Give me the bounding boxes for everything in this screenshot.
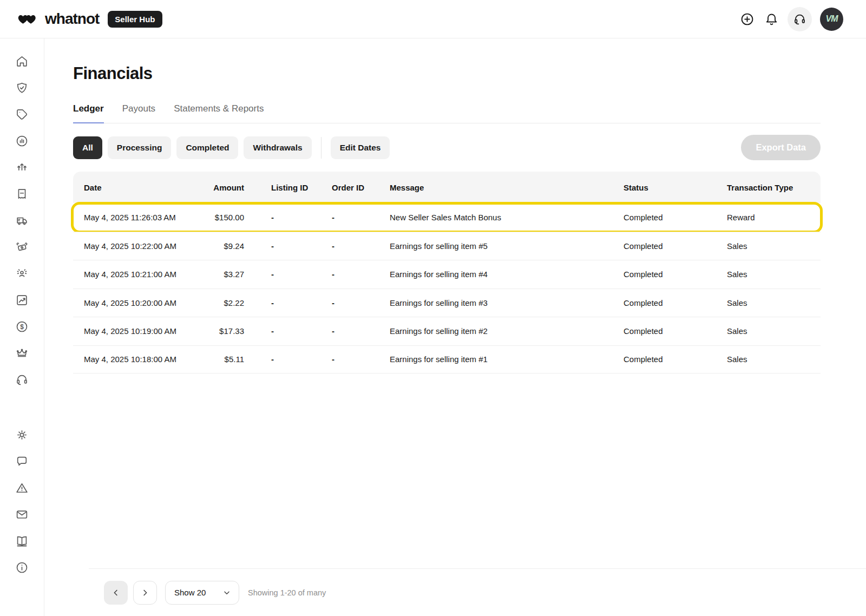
sidebar-item-shipping[interactable] (15, 214, 29, 227)
cell-order-id: - (332, 326, 390, 336)
cell-listing-id: - (244, 326, 332, 336)
pagination-summary: Showing 1-20 of many (248, 588, 326, 597)
sidebar-item-home[interactable] (15, 55, 29, 68)
cell-order-id: - (332, 270, 390, 279)
info-icon (15, 561, 29, 574)
cell-status: Completed (624, 241, 727, 251)
sidebar-item-settings[interactable] (15, 428, 29, 442)
cell-amount: $9.24 (203, 241, 244, 251)
filter-divider (321, 137, 322, 159)
sidebar-bottom-group (15, 428, 29, 574)
edit-dates-button[interactable]: Edit Dates (331, 136, 390, 159)
cell-listing-id: - (244, 270, 332, 279)
cell-amount: $2.22 (203, 298, 244, 307)
filter-withdrawals[interactable]: Withdrawals (244, 136, 311, 159)
page-size-select[interactable]: Show 20 (165, 581, 239, 605)
sidebar-item-orders[interactable] (15, 187, 29, 201)
whatnot-hearts-icon (16, 12, 40, 26)
whatnot-logo[interactable]: whatnot (16, 10, 99, 28)
add-button[interactable] (739, 11, 755, 27)
add-icon (740, 12, 755, 27)
sidebar: $ (0, 38, 44, 616)
sidebar-item-community[interactable] (15, 267, 29, 280)
table-row[interactable]: May 4, 2025 10:21:00 AM $3.27 - - Earnin… (73, 260, 821, 289)
support-headset-icon (793, 12, 806, 26)
shield-check-icon (15, 81, 29, 95)
sidebar-item-shield[interactable] (15, 81, 29, 95)
col-header-listing-id: Listing ID (244, 183, 332, 192)
activity-circle-icon (15, 134, 29, 148)
sidebar-item-financials[interactable]: $ (15, 320, 29, 333)
mail-icon (15, 508, 29, 521)
tab-statements-reports[interactable]: Statements & Reports (174, 103, 264, 123)
sidebar-item-activity[interactable] (15, 134, 29, 148)
cell-status: Completed (624, 326, 727, 336)
warning-triangle-icon (15, 481, 29, 495)
cell-order-id: - (332, 213, 390, 222)
col-header-status: Status (624, 183, 727, 192)
cell-listing-id: - (244, 213, 332, 222)
filter-completed[interactable]: Completed (176, 136, 238, 159)
table-body: May 4, 2025 11:26:03 AM $150.00 - - New … (73, 203, 821, 373)
table-row[interactable]: May 4, 2025 10:18:00 AM $5.11 - - Earnin… (73, 345, 821, 374)
cell-message: Earnings for selling item #2 (390, 326, 624, 336)
cell-date: May 4, 2025 11:26:03 AM (84, 213, 203, 222)
next-page-button[interactable] (133, 581, 157, 605)
sidebar-item-payouts[interactable] (15, 240, 29, 254)
tab-payouts[interactable]: Payouts (122, 103, 155, 123)
sidebar-item-alerts[interactable] (15, 481, 29, 495)
ledger-table: Date Amount Listing ID Order ID Message … (73, 172, 821, 373)
money-fly-icon (15, 240, 29, 254)
cell-status: Completed (624, 213, 727, 222)
cell-message: Earnings for selling item #5 (390, 241, 624, 251)
filter-all[interactable]: All (73, 136, 102, 159)
notifications-button[interactable] (763, 11, 779, 27)
avatar[interactable]: VM (820, 8, 843, 31)
filter-row: All Processing Completed Withdrawals Edi… (73, 135, 821, 160)
cell-transaction-type: Reward (727, 213, 810, 222)
cell-amount: $3.27 (203, 270, 244, 279)
export-data-button[interactable]: Export Data (741, 135, 821, 160)
sidebar-item-growth[interactable] (15, 161, 29, 174)
table-row[interactable]: May 4, 2025 11:26:03 AM $150.00 - - New … (73, 203, 821, 232)
trend-chart-icon (15, 293, 29, 307)
cell-amount: $5.11 (203, 355, 244, 364)
cell-message: Earnings for selling item #1 (390, 355, 624, 364)
sidebar-item-support[interactable] (15, 373, 29, 386)
tag-icon (15, 108, 29, 121)
dollar-circle-icon: $ (15, 320, 29, 333)
book-icon (15, 534, 29, 548)
table-row[interactable]: May 4, 2025 10:19:00 AM $17.33 - - Earni… (73, 317, 821, 345)
sidebar-item-chat[interactable] (15, 455, 29, 468)
filter-processing[interactable]: Processing (108, 136, 172, 159)
chevron-left-icon (111, 588, 121, 598)
support-button[interactable] (788, 7, 812, 31)
chevron-right-icon (140, 588, 150, 598)
sidebar-item-rewards[interactable] (15, 346, 29, 360)
community-icon (15, 267, 29, 280)
svg-text:$: $ (20, 323, 24, 331)
col-header-transaction-type: Transaction Type (727, 183, 810, 192)
sidebar-item-mail[interactable] (15, 508, 29, 521)
previous-page-button[interactable] (104, 581, 128, 605)
sidebar-item-analytics[interactable] (15, 293, 29, 307)
headset-icon (15, 373, 29, 386)
table-row[interactable]: May 4, 2025 10:22:00 AM $9.24 - - Earnin… (73, 232, 821, 260)
chevron-down-icon (222, 588, 231, 597)
seller-hub-badge: Seller Hub (108, 11, 162, 28)
sidebar-item-guides[interactable] (15, 534, 29, 548)
col-header-amount: Amount (203, 183, 244, 192)
cell-order-id: - (332, 298, 390, 307)
sidebar-item-info[interactable] (15, 561, 29, 574)
cell-message: Earnings for selling item #4 (390, 270, 624, 279)
sidebar-item-listings[interactable] (15, 108, 29, 121)
cell-status: Completed (624, 270, 727, 279)
col-header-order-id: Order ID (332, 183, 390, 192)
table-row[interactable]: May 4, 2025 10:20:00 AM $2.22 - - Earnin… (73, 289, 821, 317)
settings-gear-icon (15, 428, 29, 442)
cell-amount: $17.33 (203, 326, 244, 336)
page-size-value: Show 20 (174, 588, 206, 597)
cell-transaction-type: Sales (727, 326, 810, 336)
col-header-date: Date (84, 183, 203, 192)
tab-ledger[interactable]: Ledger (73, 103, 104, 123)
